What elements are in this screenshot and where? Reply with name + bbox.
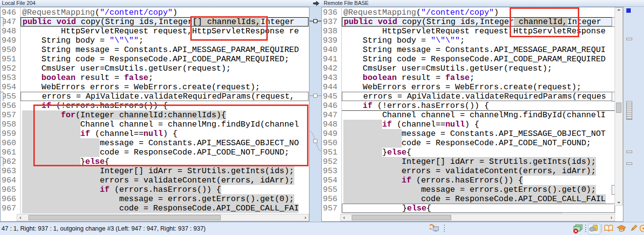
code-line[interactable]: 956 code = ResponseCode.API_CODE_CALL_FA… xyxy=(322,194,615,204)
left-hscroll-thumb[interactable] xyxy=(28,215,221,220)
scroll-right-icon[interactable]: › xyxy=(302,214,309,221)
pencil-icon[interactable] xyxy=(629,224,638,233)
code-text: message = errors.getErrors().get(0); xyxy=(21,194,309,204)
code-text: if (errors.hasErrors()) { xyxy=(342,176,615,185)
right-pane-title: Remote File BASE xyxy=(324,0,369,6)
right-vertical-scrollbar[interactable]: ⌃ ⌄ xyxy=(615,7,623,206)
code-line[interactable]: 954 if (errors.hasErrors()) { xyxy=(322,176,615,185)
overview-ruler xyxy=(623,7,644,222)
right-vscroll-thumb[interactable] xyxy=(616,103,621,113)
code-line[interactable]: 958 for(Integer contentId:idArr){ xyxy=(322,213,615,213)
right-horizontal-scrollbar[interactable]: ‹ › xyxy=(340,214,615,221)
circle-badge-icon[interactable] xyxy=(639,224,644,233)
code-line[interactable]: 944 WebErrors errors = WebErrors.create(… xyxy=(322,82,615,92)
hand-card-toggle[interactable] xyxy=(588,224,600,235)
line-number: 967 xyxy=(0,204,21,213)
diff-annotation-rect xyxy=(33,104,309,166)
line-number: 944 xyxy=(322,82,342,92)
diff-connector-handle[interactable] xyxy=(314,139,317,143)
graduation-cap-icon[interactable] xyxy=(617,224,626,233)
code-line[interactable]: 965 if (errors.hasErrors()) { xyxy=(0,185,309,194)
code-line[interactable]: 942 CmsUser user=CmsUtils.getUser(reques… xyxy=(322,64,615,73)
code-line[interactable]: 949 message = Constants.API_MESSAGE_OBJE… xyxy=(322,129,615,138)
line-number: 950 xyxy=(322,138,342,148)
code-line[interactable]: 953 boolean result = false; xyxy=(0,73,309,82)
line-number: 942 xyxy=(322,64,342,73)
cards-stack-error-icon[interactable] xyxy=(573,224,583,234)
line-number: 943 xyxy=(322,73,342,82)
line-number: 939 xyxy=(322,36,342,45)
code-text: String code = ResponseCode.API_CODE_PARA… xyxy=(21,54,309,64)
line-number: 965 xyxy=(0,185,21,194)
line-number: 940 xyxy=(322,45,342,54)
code-line[interactable]: 964 errors = validateContent(errors, idA… xyxy=(0,176,309,185)
right-hscroll-thumb[interactable] xyxy=(352,215,451,220)
book-icon[interactable] xyxy=(604,224,614,233)
code-line[interactable]: 953 errors = validateContent(errors, idA… xyxy=(322,166,615,176)
line-number: 957 xyxy=(0,110,21,120)
diff-connector-handle[interactable] xyxy=(314,20,317,23)
status-message: 47 : 1, Right: 937 : 1, outgoing change … xyxy=(1,225,206,232)
code-line[interactable]: 951 String code = ResponseCode.API_CODE_… xyxy=(0,54,309,64)
code-line[interactable]: 946 if (!errors.hasErrors()) { xyxy=(322,101,615,110)
toolbar-separator xyxy=(585,225,586,232)
overview-change-mark[interactable] xyxy=(626,162,632,165)
line-number: 952 xyxy=(322,157,342,166)
overview-change-mark[interactable] xyxy=(626,151,632,153)
code-line[interactable]: 955 errors = ApiValidate.validateRequire… xyxy=(0,92,309,101)
line-number: 959 xyxy=(0,129,21,138)
scroll-down-icon[interactable]: ⌄ xyxy=(616,198,622,205)
right-editor-pane: 936@RequestMapping("/content/copy")937pu… xyxy=(321,7,623,222)
scroll-left-icon[interactable]: ‹ xyxy=(341,214,347,221)
overview-change-mark[interactable] xyxy=(626,38,632,40)
line-number: 949 xyxy=(0,36,21,45)
line-number: 951 xyxy=(0,54,21,64)
code-line[interactable]: 952 CmsUser user=CmsUtils.getUser(reques… xyxy=(0,64,309,73)
code-line[interactable]: 954 WebErrors errors = WebErrors.create(… xyxy=(0,82,309,92)
code-line[interactable]: 968 }else{ xyxy=(0,213,309,213)
code-line[interactable]: 940 String message = Constants.API_MESSA… xyxy=(322,45,615,54)
line-number: 954 xyxy=(322,176,342,185)
diff-connector-handle[interactable] xyxy=(314,94,317,98)
code-line[interactable]: 948 if (channel==null) { xyxy=(322,120,615,129)
line-number: 947 xyxy=(322,110,342,120)
line-number: 962 xyxy=(0,157,21,166)
compare-header-bar: Local File 204 Remote File BASE xyxy=(0,0,644,7)
overview-change-block-mark[interactable] xyxy=(626,101,632,120)
code-text: if (errors.hasErrors()) { xyxy=(21,185,309,194)
scroll-up-icon[interactable]: ⌃ xyxy=(616,8,622,15)
code-line[interactable]: 943 boolean result = false; xyxy=(322,73,615,82)
line-number: 956 xyxy=(0,101,21,110)
code-line[interactable]: 967 code = ResponseCode.API_CODE_CALL_FA… xyxy=(0,204,309,213)
right-code-area: 936@RequestMapping("/content/copy")937pu… xyxy=(322,7,623,213)
diff-annotation-rect xyxy=(510,7,579,37)
scroll-left-icon[interactable]: ‹ xyxy=(17,214,24,221)
code-line[interactable]: 950 code = ResponseCode.API_CODE_NOT_FOU… xyxy=(322,138,615,148)
copy-change-arrow-icon[interactable] xyxy=(312,0,320,6)
code-text: Channel channel = channelMng.findById(ch… xyxy=(342,110,615,120)
code-line[interactable]: 945 errors = ApiValidate.validateRequire… xyxy=(322,92,615,101)
code-line[interactable]: 963 Integer[] idArr = StrUtils.getInts(i… xyxy=(0,166,309,176)
code-line[interactable]: 947 Channel channel = channelMng.findByI… xyxy=(322,110,615,120)
code-text: String message = Constants.API_MESSAGE_P… xyxy=(21,45,309,54)
code-line[interactable]: 955 message = errors.getErrors().get(0); xyxy=(322,185,615,194)
line-number: 945 xyxy=(322,92,342,101)
overview-current-change-mark[interactable] xyxy=(626,8,631,13)
line-number: 963 xyxy=(0,166,21,176)
code-text: if (channel==null) { xyxy=(342,120,615,129)
left-horizontal-scrollbar[interactable]: ‹ › xyxy=(17,214,309,221)
compare-editor-window: { "left_panel": { "title": "Local File 2… xyxy=(0,0,644,235)
line-number: 957 xyxy=(322,204,342,213)
line-number: 966 xyxy=(0,194,21,204)
line-number: 947 xyxy=(0,17,21,26)
code-line[interactable]: 966 message = errors.getErrors().get(0); xyxy=(0,194,309,204)
code-line[interactable]: 957 }else{ xyxy=(322,204,615,213)
scroll-right-icon[interactable]: › xyxy=(608,214,615,221)
code-line[interactable]: 950 String message = Constants.API_MESSA… xyxy=(0,45,309,54)
remote-sync-icon[interactable] xyxy=(430,224,439,233)
code-text: }else{ xyxy=(21,213,309,213)
code-line[interactable]: 952 Integer[] idArr = StrUtils.getInts(i… xyxy=(322,157,615,166)
code-line[interactable]: 951 }else{ xyxy=(322,148,615,157)
code-line[interactable]: 941 String code = ResponseCode.API_CODE_… xyxy=(322,54,615,64)
status-bar: 47 : 1, Right: 937 : 1, outgoing change … xyxy=(0,222,644,235)
